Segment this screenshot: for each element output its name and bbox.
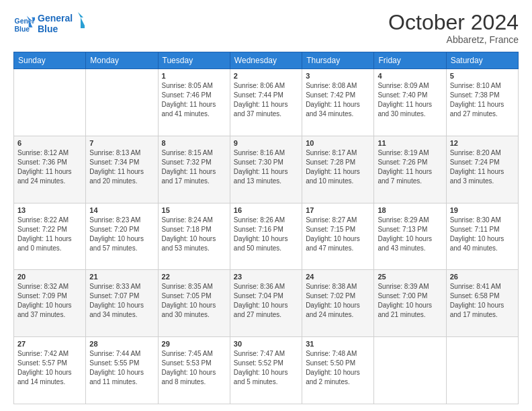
cell-day-number: 6 [17,139,82,147]
cell-day-number: 16 [234,206,298,214]
table-row [446,337,518,404]
cell-sun-info: Sunrise: 7:47 AMSunset: 5:52 PMDaylight:… [234,349,298,387]
cell-sun-info: Sunrise: 8:17 AMSunset: 7:28 PMDaylight:… [306,148,370,186]
col-saturday: Saturday [446,52,518,69]
cell-sun-info: Sunrise: 8:38 AMSunset: 7:02 PMDaylight:… [306,282,370,320]
table-row: 14Sunrise: 8:23 AMSunset: 7:20 PMDayligh… [86,203,158,270]
month-title: October 2024 [388,11,519,34]
col-tuesday: Tuesday [158,52,230,69]
cell-sun-info: Sunrise: 8:32 AMSunset: 7:09 PMDaylight:… [17,282,82,320]
cell-day-number: 30 [234,340,298,348]
cell-sun-info: Sunrise: 7:44 AMSunset: 5:55 PMDaylight:… [89,349,154,387]
table-row: 24Sunrise: 8:38 AMSunset: 7:02 PMDayligh… [302,270,374,337]
page: General Blue General Blue October 2024 A… [0,0,532,411]
cell-sun-info: Sunrise: 8:41 AMSunset: 6:58 PMDaylight:… [450,282,515,320]
logo-icon: General Blue [13,14,35,36]
table-row: 8Sunrise: 8:15 AMSunset: 7:32 PMDaylight… [158,136,230,203]
cell-day-number: 10 [306,139,370,147]
cell-sun-info: Sunrise: 8:30 AMSunset: 7:11 PMDaylight:… [450,216,515,253]
cell-sun-info: Sunrise: 8:10 AMSunset: 7:38 PMDaylight:… [450,81,515,119]
cell-sun-info: Sunrise: 8:05 AMSunset: 7:46 PMDaylight:… [162,81,226,119]
svg-text:Blue: Blue [38,24,58,34]
calendar: Sunday Monday Tuesday Wednesday Thursday… [13,52,519,404]
calendar-week-row: 13Sunrise: 8:22 AMSunset: 7:22 PMDayligh… [14,203,519,270]
table-row: 5Sunrise: 8:10 AMSunset: 7:38 PMDaylight… [446,69,518,136]
cell-sun-info: Sunrise: 8:23 AMSunset: 7:20 PMDaylight:… [89,216,154,253]
cell-day-number: 22 [162,273,226,281]
svg-text:Blue: Blue [15,26,30,33]
calendar-week-row: 6Sunrise: 8:12 AMSunset: 7:36 PMDaylight… [14,136,519,203]
table-row: 3Sunrise: 8:08 AMSunset: 7:42 PMDaylight… [302,69,374,136]
cell-day-number: 15 [162,206,226,214]
cell-day-number: 5 [450,72,515,80]
table-row: 21Sunrise: 8:33 AMSunset: 7:07 PMDayligh… [86,270,158,337]
table-row: 16Sunrise: 8:26 AMSunset: 7:16 PMDayligh… [230,203,302,270]
table-row: 29Sunrise: 7:45 AMSunset: 5:53 PMDayligh… [158,337,230,404]
table-row: 26Sunrise: 8:41 AMSunset: 6:58 PMDayligh… [446,270,518,337]
cell-sun-info: Sunrise: 7:48 AMSunset: 5:50 PMDaylight:… [306,349,370,387]
cell-day-number: 29 [162,340,226,348]
header: General Blue General Blue October 2024 A… [13,11,519,45]
cell-day-number: 26 [450,273,515,281]
table-row: 27Sunrise: 7:42 AMSunset: 5:57 PMDayligh… [14,337,86,404]
cell-day-number: 28 [89,340,154,348]
table-row: 25Sunrise: 8:39 AMSunset: 7:00 PMDayligh… [374,270,446,337]
cell-sun-info: Sunrise: 8:16 AMSunset: 7:30 PMDaylight:… [234,148,298,186]
table-row: 13Sunrise: 8:22 AMSunset: 7:22 PMDayligh… [14,203,86,270]
svg-marker-6 [78,12,85,28]
cell-day-number: 3 [306,72,370,80]
cell-sun-info: Sunrise: 8:20 AMSunset: 7:24 PMDaylight:… [450,148,515,186]
table-row: 22Sunrise: 8:35 AMSunset: 7:05 PMDayligh… [158,270,230,337]
col-sunday: Sunday [14,52,86,69]
table-row: 6Sunrise: 8:12 AMSunset: 7:36 PMDaylight… [14,136,86,203]
cell-day-number: 24 [306,273,370,281]
cell-day-number: 19 [450,206,515,214]
cell-day-number: 1 [162,72,226,80]
table-row: 2Sunrise: 8:06 AMSunset: 7:44 PMDaylight… [230,69,302,136]
table-row: 12Sunrise: 8:20 AMSunset: 7:24 PMDayligh… [446,136,518,203]
cell-sun-info: Sunrise: 7:45 AMSunset: 5:53 PMDaylight:… [162,349,226,387]
cell-day-number: 25 [378,273,442,281]
table-row [374,337,446,404]
cell-sun-info: Sunrise: 8:13 AMSunset: 7:34 PMDaylight:… [89,148,154,186]
cell-day-number: 11 [378,139,442,147]
cell-day-number: 2 [234,72,298,80]
col-wednesday: Wednesday [230,52,302,69]
logo-svg: General Blue [38,11,85,36]
cell-day-number: 21 [89,273,154,281]
table-row [86,69,158,136]
table-row: 20Sunrise: 8:32 AMSunset: 7:09 PMDayligh… [14,270,86,337]
cell-sun-info: Sunrise: 8:24 AMSunset: 7:18 PMDaylight:… [162,216,226,253]
cell-sun-info: Sunrise: 8:12 AMSunset: 7:36 PMDaylight:… [17,148,82,186]
table-row: 11Sunrise: 8:19 AMSunset: 7:26 PMDayligh… [374,136,446,203]
cell-sun-info: Sunrise: 8:35 AMSunset: 7:05 PMDaylight:… [162,282,226,320]
cell-day-number: 13 [17,206,82,214]
cell-day-number: 14 [89,206,154,214]
cell-sun-info: Sunrise: 8:39 AMSunset: 7:00 PMDaylight:… [378,282,442,320]
col-thursday: Thursday [302,52,374,69]
cell-day-number: 23 [234,273,298,281]
calendar-week-row: 27Sunrise: 7:42 AMSunset: 5:57 PMDayligh… [14,337,519,404]
cell-day-number: 8 [162,139,226,147]
cell-sun-info: Sunrise: 8:09 AMSunset: 7:40 PMDaylight:… [378,81,442,119]
table-row: 9Sunrise: 8:16 AMSunset: 7:30 PMDaylight… [230,136,302,203]
table-row: 19Sunrise: 8:30 AMSunset: 7:11 PMDayligh… [446,203,518,270]
cell-sun-info: Sunrise: 8:15 AMSunset: 7:32 PMDaylight:… [162,148,226,186]
table-row: 1Sunrise: 8:05 AMSunset: 7:46 PMDaylight… [158,69,230,136]
table-row: 31Sunrise: 7:48 AMSunset: 5:50 PMDayligh… [302,337,374,404]
col-friday: Friday [374,52,446,69]
cell-day-number: 31 [306,340,370,348]
cell-day-number: 17 [306,206,370,214]
table-row: 28Sunrise: 7:44 AMSunset: 5:55 PMDayligh… [86,337,158,404]
title-block: October 2024 Abbaretz, France [388,11,519,45]
table-row: 7Sunrise: 8:13 AMSunset: 7:34 PMDaylight… [86,136,158,203]
cell-day-number: 27 [17,340,82,348]
calendar-week-row: 1Sunrise: 8:05 AMSunset: 7:46 PMDaylight… [14,69,519,136]
cell-day-number: 9 [234,139,298,147]
cell-day-number: 18 [378,206,442,214]
table-row: 17Sunrise: 8:27 AMSunset: 7:15 PMDayligh… [302,203,374,270]
cell-sun-info: Sunrise: 8:08 AMSunset: 7:42 PMDaylight:… [306,81,370,119]
svg-text:General: General [38,13,73,24]
cell-sun-info: Sunrise: 8:33 AMSunset: 7:07 PMDaylight:… [89,282,154,320]
cell-sun-info: Sunrise: 8:19 AMSunset: 7:26 PMDaylight:… [378,148,442,186]
